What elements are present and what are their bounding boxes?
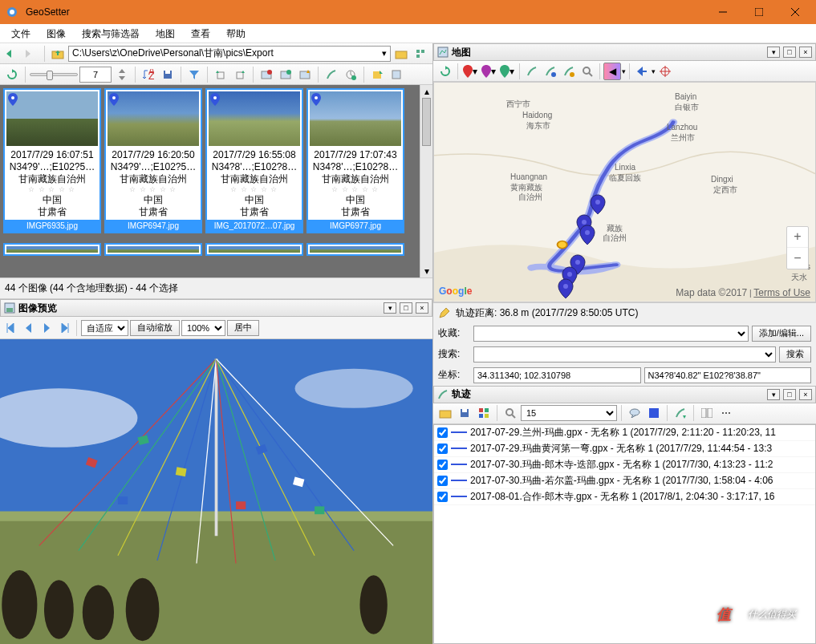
- last-button[interactable]: [56, 320, 72, 336]
- track-row[interactable]: 2017-08-01.合作-郎木寺.gpx - 无名称 1 (2017/8/1,…: [434, 489, 815, 505]
- favorites-select[interactable]: [473, 326, 749, 342]
- panel-maximize-button[interactable]: □: [400, 302, 412, 314]
- thumbnail-grid[interactable]: 2017/7/29 16:07:51 N34?9'…;E102?5… 甘南藏族自…: [0, 85, 432, 277]
- thumbnail[interactable]: 2017/7/29 16:20:50 N34?9'…;E102?5… 甘南藏族自…: [104, 88, 202, 233]
- maximize-button[interactable]: [741, 0, 777, 24]
- back-button[interactable]: [3, 45, 21, 63]
- center-button[interactable]: 居中: [227, 320, 259, 336]
- track-row[interactable]: 2017-07-29.兰州-玛曲.gpx - 无名称 1 (2017/7/29,…: [434, 425, 815, 441]
- thumb-rating[interactable]: ☆ ☆ ☆ ☆ ☆: [6, 185, 98, 194]
- tracks-button[interactable]: [323, 66, 340, 83]
- titlebar[interactable]: GeoSetter: [0, 0, 816, 24]
- minimize-button[interactable]: [704, 0, 741, 24]
- track-zoom-select[interactable]: 15: [521, 405, 617, 421]
- marker-red-button[interactable]: ▾: [461, 63, 479, 80]
- thumbnail[interactable]: [3, 243, 101, 256]
- menu-image[interactable]: 图像: [39, 24, 74, 43]
- thumbnail[interactable]: 2017/7/29 16:07:51 N34?9'…;E102?5… 甘南藏族自…: [3, 88, 101, 233]
- panel-dropdown-button[interactable]: ▾: [767, 47, 780, 58]
- save-track-button[interactable]: [456, 404, 473, 422]
- thumb-size-spinner[interactable]: [79, 67, 112, 83]
- menu-help[interactable]: 帮助: [218, 24, 254, 43]
- track-sync-button[interactable]: [542, 63, 559, 80]
- extra-button[interactable]: [388, 66, 405, 83]
- coords-dms-input[interactable]: [644, 367, 812, 383]
- marker-green-button[interactable]: ▾: [498, 63, 516, 80]
- track-palette-button[interactable]: [475, 404, 493, 422]
- open-track-button[interactable]: [436, 404, 454, 422]
- menu-file[interactable]: 文件: [3, 24, 39, 43]
- zoom-out-button[interactable]: −: [787, 248, 808, 269]
- search-select[interactable]: [473, 346, 776, 363]
- search-submit-button[interactable]: 搜索: [779, 346, 811, 363]
- track-checkbox[interactable]: [437, 460, 448, 470]
- next-button[interactable]: [39, 320, 55, 336]
- thumbnail[interactable]: [307, 243, 404, 256]
- track-checkbox[interactable]: [437, 444, 448, 454]
- thumbnail[interactable]: 2017/7/29 16:55:08 N34?8'…;E102?8… 甘南藏族自…: [205, 88, 303, 233]
- map-panel-header[interactable]: 地图 ▾ □ ×: [433, 43, 816, 61]
- direction-left-button[interactable]: ◀: [603, 63, 621, 80]
- geo-mode3-button[interactable]: [296, 66, 314, 83]
- autozoom-button[interactable]: 自动缩放: [130, 320, 180, 336]
- menu-search[interactable]: 搜索与筛选器: [74, 24, 148, 43]
- panel-close-button[interactable]: ×: [416, 302, 428, 314]
- panel-dropdown-button[interactable]: ▾: [384, 302, 396, 314]
- add-edit-button[interactable]: 添加/编辑...: [752, 326, 811, 342]
- geo-mode2-button[interactable]: [277, 66, 294, 83]
- zoom-in-button[interactable]: +: [787, 227, 808, 248]
- timezone-button[interactable]: [342, 66, 359, 83]
- prev-button[interactable]: [21, 320, 37, 336]
- marker-purple-button[interactable]: ▾: [480, 63, 497, 80]
- tracks-panel-header[interactable]: 轨迹 ▾ □ ×: [433, 386, 816, 403]
- geo-mode1-button[interactable]: [258, 66, 275, 83]
- show-marker-button[interactable]: [633, 63, 651, 80]
- thumb-size-slider[interactable]: [30, 73, 78, 76]
- menu-view[interactable]: 查看: [183, 24, 218, 43]
- panel-maximize-button[interactable]: □: [783, 47, 796, 58]
- fit-select[interactable]: 自适应: [81, 320, 128, 336]
- up-folder-button[interactable]: [49, 45, 67, 63]
- track-row[interactable]: 2017-07-30.玛曲-若尔盖-玛曲.gpx - 无名称 1 (2017/7…: [434, 473, 815, 489]
- export-button[interactable]: [368, 66, 386, 83]
- thumbnail[interactable]: [205, 243, 303, 256]
- filter-button[interactable]: [185, 66, 203, 83]
- track-sync-button[interactable]: [672, 404, 689, 422]
- coords-decimal-input[interactable]: [473, 367, 641, 383]
- path-input[interactable]: C:\Users\z\OneDrive\Personal\甘南\pics\Exp…: [68, 46, 391, 62]
- track-checkbox[interactable]: [437, 476, 448, 486]
- track-bubble-button[interactable]: [626, 404, 643, 422]
- track-search-button[interactable]: [501, 404, 519, 422]
- spinner-up-down[interactable]: [113, 66, 131, 83]
- rotate-right-button[interactable]: [231, 66, 249, 83]
- crosshair-button[interactable]: [656, 63, 674, 80]
- refresh-button[interactable]: [3, 66, 21, 83]
- save-all-button[interactable]: [159, 66, 177, 83]
- rotate-left-button[interactable]: [212, 66, 229, 83]
- track-row[interactable]: 2017-07-30.玛曲-郎木寺-迭部.gpx - 无名称 1 (2017/7…: [434, 457, 815, 473]
- preview-panel-header[interactable]: 图像预览 ▾ □ ×: [0, 299, 432, 317]
- close-button[interactable]: [777, 0, 813, 24]
- track-row[interactable]: 2017-07-29.玛曲黄河第一弯.gpx - 无名称 1 (2017/7/2…: [434, 441, 815, 457]
- open-folder-button[interactable]: [392, 45, 410, 63]
- forward-button[interactable]: [22, 45, 40, 63]
- preview-image[interactable]: [0, 339, 432, 644]
- track-more-button[interactable]: ⋯: [717, 404, 735, 422]
- map-refresh-button[interactable]: [436, 63, 454, 80]
- panel-close-button[interactable]: ×: [799, 47, 812, 58]
- thumbnail[interactable]: [104, 243, 202, 256]
- panel-close-button[interactable]: ×: [799, 389, 812, 400]
- map-view[interactable]: 西宁市 Haidong 海东市 Baiyin 白银市 Lanzhou 兰州市 L…: [433, 82, 816, 302]
- track-color-button[interactable]: [645, 404, 663, 422]
- track-checkbox[interactable]: [437, 427, 448, 438]
- menu-map[interactable]: 地图: [148, 24, 183, 43]
- track-columns-button[interactable]: [698, 404, 716, 422]
- sort-button[interactable]: AZ: [140, 66, 157, 83]
- thumbnail[interactable]: 2017/7/29 17:07:43 N34?8'…;E102?8… 甘南藏族自…: [307, 88, 404, 233]
- tree-button[interactable]: [412, 45, 429, 63]
- first-button[interactable]: [3, 320, 19, 336]
- search-button[interactable]: [579, 63, 596, 80]
- track-import-button[interactable]: [523, 63, 541, 80]
- zoom-select[interactable]: 100%: [181, 320, 225, 336]
- panel-dropdown-button[interactable]: ▾: [767, 389, 780, 400]
